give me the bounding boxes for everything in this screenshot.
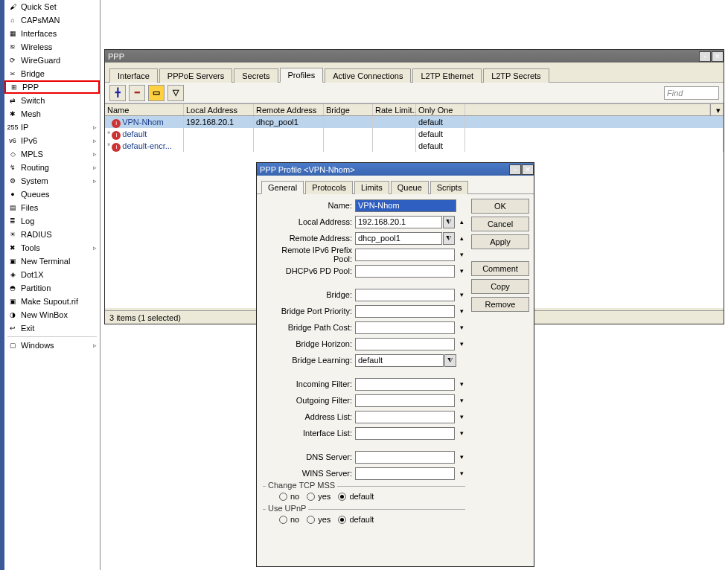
table-row[interactable]: *idefaultdefault (105, 128, 724, 140)
sidebar-item-system[interactable]: ⚙System▹ (4, 174, 100, 188)
close-icon[interactable]: ✕ (712, 51, 724, 62)
sidebar-item-dot1x[interactable]: ◈Dot1X (4, 268, 100, 281)
dhcpv6-input[interactable] (355, 265, 455, 278)
tab-active-connections[interactable]: Active Connections (325, 68, 411, 83)
table-row[interactable]: iVPN-Nhom192.168.20.1dhcp_pool1default (105, 116, 724, 128)
radio-radio_yes[interactable] (307, 516, 315, 524)
sidebar-item-radius[interactable]: ☀RADIUS (4, 228, 100, 241)
sidebar-item-files[interactable]: ▤Files (4, 201, 100, 214)
remove-button[interactable]: Remove (471, 297, 529, 312)
expand-icon[interactable]: ▴ (456, 232, 467, 245)
minimize-icon[interactable]: ▫ (699, 51, 711, 62)
sidebar-item-tools[interactable]: ✖Tools▹ (4, 241, 100, 254)
column-header[interactable]: Remote Address (254, 104, 324, 115)
sidebar-item-routing[interactable]: ↯Routing▹ (4, 161, 100, 174)
sidebar-item-mpls[interactable]: ◇MPLS▹ (4, 147, 100, 161)
expand-icon[interactable]: ▾ (456, 338, 467, 350)
expand-icon[interactable]: ▾ (456, 305, 467, 318)
find-input[interactable]: Find (664, 86, 719, 100)
sidebar-item-new-terminal[interactable]: ▣New Terminal (4, 254, 100, 268)
dlg-tab-protocols[interactable]: Protocols (305, 181, 353, 194)
radio-radio_no[interactable] (279, 493, 287, 501)
close-icon[interactable]: ✕ (522, 164, 534, 175)
sidebar-item-make-supout-rif[interactable]: ▣Make Supout.rif (4, 295, 100, 308)
sidebar-item-log[interactable]: ≣Log (4, 214, 100, 228)
sidebar-item-ipv6[interactable]: v6IPv6▹ (4, 134, 100, 147)
column-header[interactable]: Bridge (324, 104, 373, 115)
interface-list-input[interactable] (355, 427, 455, 440)
expand-icon[interactable]: ▾ (456, 289, 467, 301)
expand-icon[interactable]: ▾ (456, 451, 467, 464)
radio-radio_default[interactable] (338, 516, 346, 524)
radio-radio_yes[interactable] (307, 493, 315, 501)
filter-button[interactable]: ▽ (167, 85, 184, 101)
wins-server-input[interactable] (355, 467, 455, 480)
bridge-horizon-input[interactable] (355, 338, 455, 350)
expand-icon[interactable]: ▾ (456, 427, 467, 440)
dropdown-icon[interactable]: ⧨ (443, 216, 455, 228)
copy-button[interactable]: Copy (471, 279, 529, 294)
sidebar-item-ppp[interactable]: ⊞PPP (4, 80, 100, 94)
sidebar-item-wireguard[interactable]: ⟳WireGuard (4, 54, 100, 67)
comment-button[interactable]: ▭ (148, 85, 165, 101)
columns-dropdown-icon[interactable]: ▾ (710, 104, 724, 115)
sidebar-item-queues[interactable]: ●Queues (4, 188, 100, 201)
ipv6-pool-input[interactable] (355, 249, 455, 261)
bridge-learning-input[interactable]: default (355, 354, 444, 367)
add-button[interactable]: ╋ (109, 85, 126, 101)
address-list-input[interactable] (355, 411, 455, 423)
table-row[interactable]: *idefault-encr...default (105, 140, 724, 152)
sidebar-item-exit[interactable]: ↩Exit (4, 321, 100, 335)
tab-pppoe-servers[interactable]: PPPoE Servers (159, 68, 232, 83)
name-input[interactable]: VPN-Nhom (355, 199, 456, 212)
tab-l2tp-secrets[interactable]: L2TP Secrets (483, 68, 549, 83)
column-header[interactable]: Only One (416, 104, 465, 115)
bridge-input[interactable] (355, 289, 455, 301)
incoming-filter-input[interactable] (355, 378, 455, 391)
tab-l2tp-ethernet[interactable]: L2TP Ethernet (412, 68, 482, 83)
sidebar-item-windows[interactable]: ▢Windows▹ (4, 339, 100, 352)
expand-icon[interactable]: ▾ (456, 411, 467, 423)
sidebar-item-wireless[interactable]: ≋Wireless (4, 40, 100, 54)
expand-icon[interactable]: ▴ (456, 216, 467, 228)
sidebar-item-mesh[interactable]: ✱Mesh (4, 107, 100, 121)
expand-icon[interactable]: ▾ (456, 467, 467, 480)
dlg-tab-general[interactable]: General (261, 181, 304, 194)
tab-secrets[interactable]: Secrets (234, 68, 278, 83)
sidebar-item-switch[interactable]: ⇄Switch (4, 94, 100, 107)
expand-icon[interactable]: ▾ (456, 321, 467, 334)
sidebar-item-ip[interactable]: 255IP▹ (4, 121, 100, 134)
expand-icon[interactable]: ▾ (456, 378, 467, 391)
sidebar-item-new-winbox[interactable]: ◑New WinBox (4, 308, 100, 321)
bridge-port-priority-input[interactable] (355, 305, 455, 318)
radio-radio_default[interactable] (338, 493, 346, 501)
local-address-input[interactable]: 192.168.20.1 (355, 216, 442, 228)
tab-interface[interactable]: Interface (109, 68, 158, 83)
column-header[interactable]: Local Address (184, 104, 254, 115)
expand-icon[interactable]: ▾ (456, 265, 467, 278)
column-header[interactable]: Name (105, 104, 184, 115)
sidebar-item-quick-set[interactable]: 🖌Quick Set (4, 0, 100, 13)
outgoing-filter-input[interactable] (355, 394, 455, 407)
expand-icon[interactable]: ▾ (456, 249, 467, 261)
tab-profiles[interactable]: Profiles (280, 68, 324, 83)
minimize-icon[interactable]: ▫ (509, 164, 521, 175)
dropdown-icon[interactable]: ⧨ (444, 354, 456, 367)
bridge-path-cost-input[interactable] (355, 321, 455, 334)
apply-button[interactable]: Apply (471, 234, 529, 249)
expand-icon[interactable]: ▾ (456, 394, 467, 407)
dlg-tab-scripts[interactable]: Scripts (430, 181, 469, 194)
cancel-button[interactable]: Cancel (471, 217, 529, 231)
dns-server-input[interactable] (355, 451, 455, 464)
remote-address-input[interactable]: dhcp_pool1 (355, 232, 442, 245)
dlg-tab-limits[interactable]: Limits (354, 181, 389, 194)
sidebar-item-partition[interactable]: ◓Partition (4, 281, 100, 295)
sidebar-item-interfaces[interactable]: ▦Interfaces (4, 27, 100, 40)
sidebar-item-capsman[interactable]: ⌂CAPsMAN (4, 13, 100, 27)
sidebar-item-bridge[interactable]: ≍Bridge (4, 67, 100, 80)
remove-button[interactable]: ━ (129, 85, 145, 101)
dropdown-icon[interactable]: ⧨ (443, 232, 455, 245)
column-header[interactable]: Rate Limit... (373, 104, 416, 115)
radio-radio_no[interactable] (279, 516, 287, 524)
dlg-tab-queue[interactable]: Queue (391, 181, 429, 194)
